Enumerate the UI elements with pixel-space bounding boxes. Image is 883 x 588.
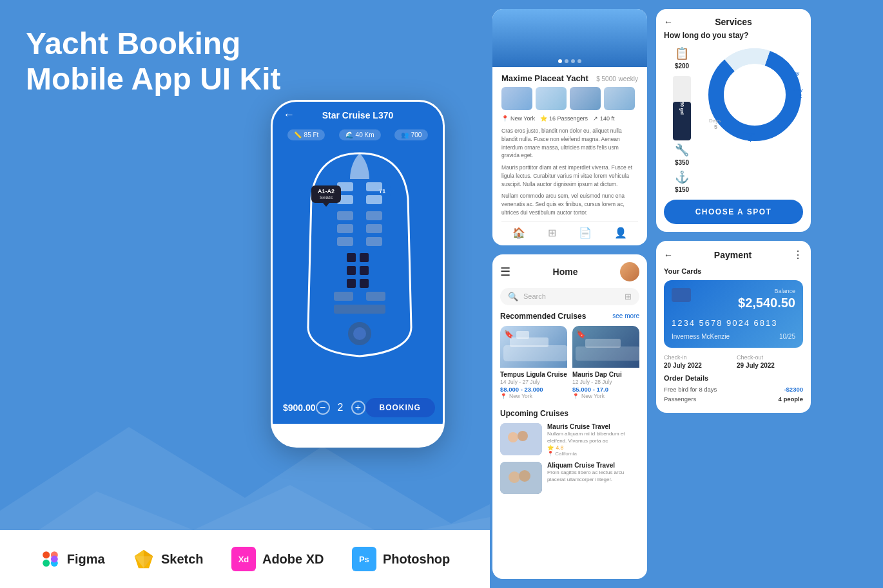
duration-price-3: $150 [675, 186, 689, 193]
cruise-cards: 🔖 Tempus Ligula Cruise 14 July - 27 July… [500, 326, 639, 403]
nav-user-icon[interactable]: 👤 [614, 227, 627, 239]
cruise-card-1[interactable]: 🔖 Tempus Ligula Cruise 14 July - 27 July… [500, 326, 567, 403]
filter-icon[interactable]: ⊞ [625, 292, 632, 301]
tool-photoshop: Ps Photoshop [352, 547, 450, 571]
menu-icon[interactable]: ☰ [500, 265, 510, 279]
card-holder: Inverness McKenzie [672, 333, 730, 340]
svg-rect-33 [576, 346, 639, 361]
dot-1 [558, 59, 562, 63]
home-title: Home [553, 267, 578, 277]
cruise-date-1: 14 July - 27 July [500, 379, 567, 385]
svg-rect-32 [516, 331, 529, 339]
yacht-name: Maxime Placeat Yacht [501, 73, 588, 83]
seat-tooltip: A1-A2 Seats [311, 185, 341, 203]
duration-option-3[interactable]: ⚓ $150 [664, 170, 700, 193]
cruise-info-2: Mauris Dap Crui 12 July - 28 July $5.000… [572, 368, 639, 403]
svg-text:3: 3 [784, 124, 787, 130]
upcoming-item-1[interactable]: Mauris Cruise Travel Nullam aliquam mi i… [500, 423, 639, 457]
bookmark-1-icon[interactable]: 🔖 [504, 330, 514, 339]
svg-point-39 [509, 471, 520, 483]
svg-rect-12 [347, 266, 356, 275]
svg-rect-10 [347, 253, 356, 262]
svg-rect-23 [43, 560, 50, 567]
services-card: ← Services How long do you stay? 📋 $200 [656, 9, 811, 232]
back-arrow-icon[interactable]: ← [283, 108, 295, 122]
phone-screen-title: Star Cruise L370 [300, 110, 416, 120]
svg-point-20 [353, 327, 366, 340]
duration-donut-chart: 1 Day 2 Days 3 Days 4 Days 5 Days [706, 46, 803, 143]
tool-sketch: Sketch [133, 548, 204, 570]
cruise-name-1: Tempus Ligula Cruise [500, 371, 567, 378]
svg-rect-4 [337, 211, 353, 220]
stat-capacity: 👥 700 [394, 129, 429, 140]
order-value-2: 4 people [778, 395, 803, 403]
yacht-desc-2: Mauris porttitor diam at est imperdiet v… [501, 164, 638, 188]
dot-2 [565, 59, 568, 63]
svg-rect-9 [366, 237, 382, 246]
wrench-icon: 🔧 [675, 143, 689, 157]
yacht-meta: 📍 New York ⭐ 16 Passengers ↗ 140 ft [501, 115, 638, 122]
boat-diagram [295, 147, 424, 366]
phone-boat-area: A1-A2 Seats T1 [273, 147, 443, 392]
svg-rect-31 [510, 337, 548, 347]
image-dots [558, 59, 581, 63]
booking-button[interactable]: BOOKING [365, 398, 435, 417]
middle-column: Maxime Placeat Yacht $ 5000 weekly 📍 New… [492, 9, 647, 579]
cruise-date-2: 12 July - 28 July [572, 379, 639, 385]
upcoming-item-2[interactable]: Aliquam Cruise Travel Proin sagittis lib… [500, 462, 639, 494]
main-title: Yacht Booking Mobile App UI Kit [26, 26, 281, 97]
phone-footer: $900.00 − 2 + BOOKING [273, 392, 443, 424]
services-back-arrow-icon[interactable]: ← [664, 17, 673, 27]
payment-back-arrow-icon[interactable]: ← [664, 250, 673, 260]
sketch-icon [133, 548, 155, 570]
thumb-4[interactable] [604, 87, 635, 110]
nav-doc-icon[interactable]: 📄 [579, 227, 592, 239]
decrease-qty-button[interactable]: − [316, 401, 330, 415]
upcoming-rating-1: ⭐ 4.8 [547, 444, 639, 451]
meta-location: 📍 New York [501, 115, 535, 122]
checkin-row: Check-in 20 July 2022 Check-out 29 July … [664, 354, 803, 369]
svg-text:1: 1 [795, 77, 799, 83]
card-number: 1234 5678 9024 6813 [672, 318, 795, 328]
checkin-label: Check-in [664, 354, 730, 361]
svg-point-25 [51, 556, 58, 563]
boat-icon: ⚓ [675, 170, 689, 184]
yacht-desc-3: Nullam commodo arcu sem, vel euismod nun… [501, 192, 638, 216]
yacht-detail-body: Maxime Placeat Yacht $ 5000 weekly 📍 New… [492, 67, 647, 245]
search-bar[interactable]: 🔍 Search ⊞ [500, 288, 639, 305]
balance-label: Balance [738, 288, 795, 294]
nav-grid-icon[interactable]: ⊞ [548, 227, 556, 239]
recommended-title: Recommended Cruises [500, 312, 586, 321]
figma-icon [40, 549, 61, 569]
user-avatar[interactable] [620, 262, 639, 281]
order-item-1: Free bird for 8 days -$2300 [664, 386, 803, 393]
quantity-controls[interactable]: − 2 + [316, 401, 365, 415]
tools-bar: Figma Sketch Xd Adobe XD Ps Photoshop [0, 530, 490, 588]
dot-4 [577, 59, 581, 63]
how-long-question: How long do you stay? [664, 31, 803, 40]
upcoming-name-1: Mauris Cruise Travel [547, 423, 639, 430]
phone-header: ← Star Cruise L370 [273, 102, 443, 126]
phone-stats-bar: 📏 85 Ft 🌊 40 Km 👥 700 [273, 126, 443, 147]
nav-home-icon[interactable]: 🏠 [512, 227, 525, 239]
cruise-loc-1: 📍 New York [500, 393, 567, 399]
thumb-3[interactable] [570, 87, 601, 110]
bookmark-2-icon[interactable]: 🔖 [576, 330, 586, 339]
payment-more-icon[interactable]: ⋮ [793, 249, 803, 261]
cruise-card-2[interactable]: 🔖 Mauris Dap Crui 12 July - 28 July $5.0… [572, 326, 639, 403]
checkout-col: Check-out 29 July 2022 [737, 354, 803, 369]
svg-text:Days: Days [779, 118, 790, 124]
payment-header: ← Payment ⋮ [664, 249, 803, 261]
upcoming-img-1 [500, 423, 542, 455]
title-block: Yacht Booking Mobile App UI Kit [26, 26, 281, 97]
see-more-link[interactable]: see more [612, 312, 639, 319]
thumb-1[interactable] [501, 87, 532, 110]
thumb-2[interactable] [536, 87, 567, 110]
duration-option-2[interactable]: 🔧 $350 [664, 143, 700, 166]
increase-qty-button[interactable]: + [351, 401, 365, 415]
stat-range: 🌊 40 Km [339, 129, 381, 140]
order-value-1: -$2300 [784, 386, 803, 393]
duration-option-1[interactable]: 📋 $200 [664, 46, 700, 70]
svg-rect-13 [360, 266, 369, 275]
choose-spot-button[interactable]: CHOOSE A SPOT [664, 200, 803, 224]
